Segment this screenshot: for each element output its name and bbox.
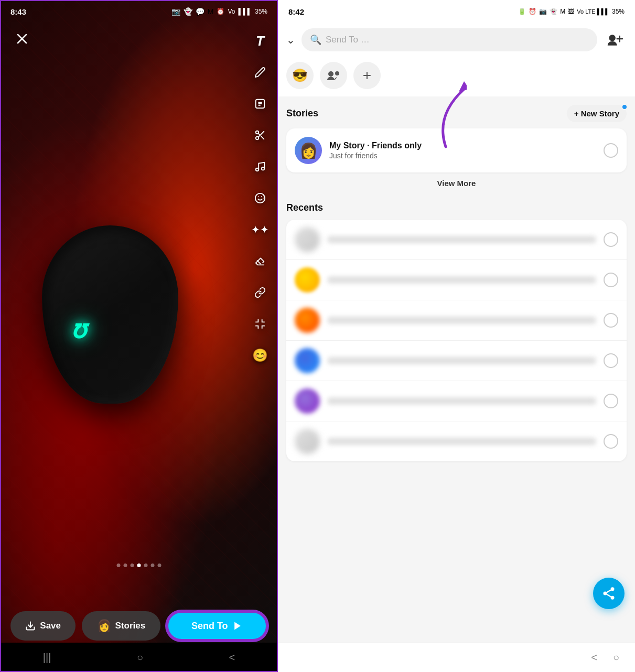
eraser-tool-icon[interactable] <box>251 252 270 270</box>
recent-avatar-2 <box>295 267 320 292</box>
nav-bar-left: ||| ○ < <box>0 643 278 672</box>
nav-home-icon[interactable]: ○ <box>137 652 143 664</box>
scissors-tool-icon[interactable] <box>251 126 270 145</box>
status-bar-right: 8:42 🔋 ⏰ 📷 👻 M 🖼 Vo LTE ▌▌▌ 35% <box>278 0 635 23</box>
recent-avatar-5 <box>295 388 320 414</box>
status-icons-left: 📷 👻 💬 M ⏰ Vo ▌▌▌ 35% <box>171 7 267 16</box>
battery-icon: 35% <box>255 8 267 15</box>
story-info: My Story · Friends only Just for friends <box>329 141 596 160</box>
nav-back-icon-right[interactable]: < <box>591 652 597 664</box>
chevron-down-icon[interactable]: ⌄ <box>286 34 295 46</box>
search-placeholder: Send To … <box>326 35 370 45</box>
add-friends-button[interactable] <box>604 28 627 51</box>
photo-icon-right: 🖼 <box>568 8 574 15</box>
status-time-left: 8:43 <box>10 7 26 16</box>
recent-name-3 <box>327 317 596 324</box>
link-tool-icon[interactable] <box>251 283 270 302</box>
quick-buttons-row: 😎 + <box>278 58 635 96</box>
recents-title: Recents <box>286 202 627 213</box>
status-bar-left: 8:43 📷 👻 💬 M ⏰ Vo ▌▌▌ 35% <box>0 0 278 23</box>
sticker-tool-icon[interactable] <box>251 94 270 113</box>
svg-point-22 <box>604 592 607 595</box>
bitmoji-tool-icon[interactable]: 😊 <box>251 346 270 365</box>
gmail-icon: M <box>208 7 214 16</box>
svg-point-15 <box>609 35 615 41</box>
close-button[interactable] <box>10 27 34 50</box>
stories-button[interactable]: 👩 Stories <box>82 611 160 641</box>
editing-toolbar: T <box>251 31 270 365</box>
dot-1 <box>117 563 121 567</box>
recent-item <box>286 421 627 461</box>
svg-point-9 <box>262 167 265 170</box>
battery-icon-right: 🔋 <box>518 8 526 15</box>
stories-label: Stories <box>115 621 146 631</box>
nav-home-icon-right[interactable]: ○ <box>613 652 619 664</box>
alarm-icon: ⏰ <box>217 8 224 15</box>
nav-bar-right: < ○ <box>278 643 635 672</box>
view-more-button[interactable]: View More <box>286 172 627 190</box>
emoji-sticker-icon[interactable] <box>251 189 270 208</box>
recent-avatar-3 <box>295 308 320 333</box>
recent-radio-6[interactable] <box>604 434 618 449</box>
text-tool-icon[interactable]: T <box>251 31 270 50</box>
recent-item <box>286 220 627 260</box>
recent-radio-2[interactable] <box>604 273 618 287</box>
add-button[interactable]: + <box>353 62 381 89</box>
svg-point-19 <box>335 71 339 75</box>
message-icon: 💬 <box>196 7 205 16</box>
my-bitmoji-button[interactable]: 😎 <box>286 62 314 89</box>
svg-line-7 <box>258 133 260 135</box>
recent-radio-5[interactable] <box>604 394 618 408</box>
my-story-avatar: 👩 <box>295 137 322 164</box>
stories-header: Stories + New Story <box>286 105 627 122</box>
search-bar: ⌄ 🔍 Send To … <box>278 23 635 58</box>
share-fab-button[interactable] <box>593 578 625 609</box>
avatar-emoji: 👩 <box>299 142 318 159</box>
alarm-icon-right: ⏰ <box>529 8 536 15</box>
recent-name-1 <box>327 236 596 243</box>
battery-pct-right: 35% <box>612 8 625 15</box>
recent-radio-4[interactable] <box>604 353 618 368</box>
dot-2 <box>124 563 127 567</box>
nav-menu-icon[interactable]: ||| <box>43 652 51 664</box>
recents-card <box>286 220 627 461</box>
signal-icon: ▌▌▌ <box>238 8 252 15</box>
content-area: Stories + New Story 👩 My Story · Friends… <box>278 96 635 643</box>
pencil-tool-icon[interactable] <box>251 63 270 82</box>
story-subtitle: Just for friends <box>329 151 596 160</box>
recent-avatar-6 <box>295 429 320 454</box>
search-icon: 🔍 <box>310 34 321 46</box>
snap-icon: 👻 <box>184 7 192 16</box>
message-icon-right: M <box>560 8 565 15</box>
recent-radio-3[interactable] <box>604 313 618 328</box>
story-name: My Story · Friends only <box>329 141 596 150</box>
music-tool-icon[interactable] <box>251 157 270 176</box>
instagram-icon-right: 📷 <box>539 8 547 15</box>
save-label: Save <box>40 621 61 631</box>
recent-name-4 <box>327 357 596 364</box>
svg-line-6 <box>261 136 264 139</box>
crop-tool-icon[interactable] <box>251 315 270 333</box>
instagram-icon: 📷 <box>171 7 180 16</box>
save-button[interactable]: Save <box>10 611 76 641</box>
wifi-signal-right: Vo LTE ▌▌▌ <box>577 8 609 15</box>
friends-button[interactable] <box>320 62 347 89</box>
nav-back-icon[interactable]: < <box>229 652 235 664</box>
svg-marker-14 <box>234 622 241 630</box>
story-select-radio[interactable] <box>604 143 618 158</box>
search-input-container[interactable]: 🔍 Send To … <box>302 28 597 51</box>
recent-radio-1[interactable] <box>604 232 618 247</box>
pagination-dots <box>117 563 162 567</box>
left-panel: ʊ 8:43 📷 👻 💬 M ⏰ Vo ▌▌▌ 35% T <box>0 0 278 672</box>
recents-section: Recents <box>278 194 635 465</box>
svg-point-18 <box>328 71 333 77</box>
recent-name-5 <box>327 397 596 405</box>
send-to-button[interactable]: Send To <box>167 611 267 641</box>
recent-avatar-4 <box>295 348 320 373</box>
dot-4 <box>137 563 141 567</box>
recent-avatar-1 <box>295 227 320 252</box>
new-story-dot <box>621 104 628 110</box>
bottom-action-bar: Save 👩 Stories Send To <box>0 611 278 641</box>
magic-stars-icon[interactable]: ✦✦ <box>251 220 270 239</box>
new-story-button[interactable]: + New Story <box>567 105 627 122</box>
